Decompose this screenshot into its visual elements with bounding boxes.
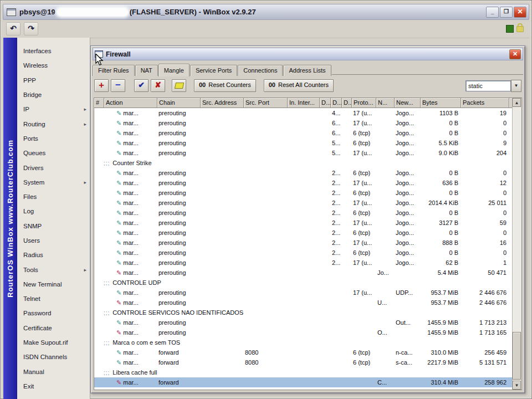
add-rule-button[interactable]: + <box>94 79 109 92</box>
reset-counters-button[interactable]: 00Reset Counters <box>194 79 256 92</box>
column-header-chain[interactable]: Chain <box>157 98 201 108</box>
sidebar-item-system[interactable]: System▸ <box>17 175 90 190</box>
sidebar-item-files[interactable]: Files <box>17 190 90 204</box>
scrollbar-thumb[interactable] <box>513 332 521 380</box>
rule-row[interactable]: ✎mar...preroutingJo...5.4 MiB50 471 <box>94 268 513 278</box>
rule-row[interactable]: ✎mar...prerouting2...17 (u...Jogo...2014… <box>94 198 513 208</box>
rule-row[interactable]: ✎mar...prerouting2...6 (tcp)Jogo...0 B0 <box>94 248 513 258</box>
rule-row[interactable]: ✎mar...prerouting5...6 (tcp)Jogo...5.5 K… <box>94 138 513 148</box>
comment-row[interactable]: ;;;CONTROLE SERVICOS NAO IDENTIFICADOS <box>94 308 513 318</box>
rule-row[interactable]: ✎mar...preroutingO...1455.9 MiB1 713 165 <box>94 328 513 337</box>
column-header-action[interactable]: Action <box>104 98 157 108</box>
reset-all-counters-button[interactable]: 00Reset All Counters <box>264 79 334 92</box>
rule-row[interactable]: ✎mar...prerouting2...17 (u...Jogo...636 … <box>94 178 513 188</box>
app-title-user: pbsys@19 <box>19 8 55 16</box>
sidebar-item-wireless[interactable]: Wireless <box>17 58 90 73</box>
rule-row[interactable]: ✎mar...prerouting5...17 (u...Jogo...9.0 … <box>94 148 513 158</box>
tab-connections[interactable]: Connections <box>238 65 283 76</box>
sidebar-item-bridge[interactable]: Bridge <box>17 88 90 102</box>
column-header-packets[interactable]: Packets <box>461 98 509 108</box>
sidebar-item-tools[interactable]: Tools▸ <box>17 262 90 277</box>
sidebar-item-users[interactable]: Users <box>17 233 90 248</box>
sidebar-item-snmp[interactable]: SNMP <box>17 219 90 233</box>
column-header-bytes[interactable]: Bytes <box>421 98 461 108</box>
column-header-new[interactable]: New... <box>395 98 421 108</box>
sidebar-item-drivers[interactable]: Drivers <box>17 160 90 175</box>
rule-row[interactable]: ✎mar...prerouting2...6 (tcp)Jogo...0 B0 <box>94 228 513 238</box>
rule-row[interactable]: ✎mar...forward80806 (tcp)n-ca...310.0 Mi… <box>94 347 513 357</box>
column-header-d[interactable]: D... <box>331 98 342 108</box>
filter-dropdown[interactable]: static <box>466 80 511 91</box>
sidebar-item-ip[interactable]: IP▸ <box>17 102 90 116</box>
comment-row[interactable]: ;;;Marca o com e sem TOS <box>94 337 513 347</box>
cell-in-interface <box>288 198 320 208</box>
sidebar-item-new-terminal[interactable]: New Terminal <box>17 277 90 291</box>
scroll-up-button[interactable]: ▲ <box>513 98 521 107</box>
tab-filter-rules[interactable]: Filter Rules <box>93 65 135 76</box>
sidebar-item-make-supout-rif[interactable]: Make Supout.rif <box>17 335 90 350</box>
rule-row[interactable]: ✎mar...prerouting6...6 (tcp)Jogo...0 B0 <box>94 128 513 138</box>
sidebar-item-queues[interactable]: Queues <box>17 146 90 160</box>
cell-number <box>94 288 104 298</box>
remove-rule-button[interactable]: − <box>111 79 125 92</box>
rule-row[interactable]: ✎mar...prerouting2...6 (tcp)Jogo...0 B0 <box>94 168 513 178</box>
firewall-titlebar[interactable]: Firewall ✕ <box>93 48 523 60</box>
rule-row[interactable]: ✎mar...preroutingOut...1455.9 MiB1 713 2… <box>94 318 513 328</box>
tab-service-ports[interactable]: Service Ports <box>190 65 237 76</box>
column-header-srcport[interactable]: Src. Port <box>244 98 288 108</box>
rule-row[interactable]: ✎mar...forward80806 (tcp)s-ca...2217.9 M… <box>94 357 513 367</box>
rule-row[interactable]: ✎mar...prerouting2...17 (u...Jogo...888 … <box>94 238 513 248</box>
comment-row[interactable]: ;;;Libera cache full <box>94 367 513 377</box>
rule-row[interactable]: ✎mar...prerouting17 (u...UDP...953.7 MiB… <box>94 288 513 298</box>
column-header-#[interactable]: # <box>94 98 104 108</box>
cell-src-port <box>244 168 288 178</box>
sidebar-item-exit[interactable]: Exit <box>17 379 90 393</box>
close-button[interactable]: ✕ <box>514 7 526 18</box>
tab-address-lists[interactable]: Address Lists <box>283 65 331 76</box>
cell-number <box>94 228 104 238</box>
undo-button[interactable]: ↶ <box>6 22 21 35</box>
maximize-button[interactable]: ❐ <box>500 7 513 18</box>
rule-row[interactable]: ✎mar...prerouting2...6 (tcp)Jogo...0 B0 <box>94 208 513 218</box>
comment-label: Libera cache full <box>112 369 157 376</box>
disable-rule-button[interactable]: ✘ <box>151 79 165 92</box>
rule-row[interactable]: ✎mar...prerouting2...17 (u...Jogo...62 B… <box>94 258 513 268</box>
sidebar-item-ports[interactable]: Ports <box>17 131 90 146</box>
sidebar-item-interfaces[interactable]: Interfaces <box>17 44 90 58</box>
column-header-srcaddress[interactable]: Src. Address <box>201 98 244 108</box>
rule-row[interactable]: ✎mar...preroutingU...953.7 MiB2 446 676 <box>94 298 513 308</box>
sidebar-item-routing[interactable]: Routing▸ <box>17 116 90 131</box>
comment-row[interactable]: ;;;CONTROLE UDP <box>94 278 513 288</box>
sidebar-item-telnet[interactable]: Telnet <box>17 291 90 306</box>
scroll-down-button[interactable]: ▼ <box>513 381 521 390</box>
enable-rule-button[interactable]: ✔ <box>134 79 149 92</box>
rule-row[interactable]: ✎mar...prerouting6...17 (u...Jogo...0 B0 <box>94 118 513 128</box>
column-header-proto[interactable]: Proto... <box>352 98 376 108</box>
vertical-scrollbar[interactable]: ▲ ▼ <box>512 98 521 390</box>
winbox-app: pbsys@19(FLASHE_SERVER) - WinBox v2.9.27… <box>0 0 532 399</box>
sidebar-item-password[interactable]: Password <box>17 306 90 320</box>
sidebar-item-isdn-channels[interactable]: ISDN Channels <box>17 350 90 364</box>
rule-row[interactable]: ✎mar...prerouting2...6 (tcp)Jogo...0 B0 <box>94 188 513 198</box>
sidebar-item-manual[interactable]: Manual <box>17 365 90 379</box>
cell-number <box>94 328 104 337</box>
sidebar-item-certificate[interactable]: Certificate <box>17 321 90 335</box>
sidebar-item-log[interactable]: Log <box>17 204 90 218</box>
rule-row[interactable]: ✎mar...forwardC...310.4 MiB258 962 <box>94 377 513 387</box>
column-header-n[interactable]: N... <box>376 98 395 108</box>
firewall-close-button[interactable]: ✕ <box>509 49 521 59</box>
minimize-button[interactable]: _ <box>486 7 499 18</box>
rule-row[interactable]: ✎mar...prerouting2...17 (u...Jogo...3127… <box>94 218 513 228</box>
column-header-d[interactable]: D... <box>342 98 352 108</box>
sidebar-item-radius[interactable]: Radius <box>17 248 90 262</box>
filter-dropdown-arrow[interactable]: ▼ <box>511 80 521 92</box>
comment-row[interactable]: ;;;Counter Strike <box>94 158 513 168</box>
redo-button[interactable]: ↷ <box>24 22 38 35</box>
comment-button[interactable] <box>172 79 186 92</box>
tab-nat[interactable]: NAT <box>135 65 158 76</box>
column-header-ininter[interactable]: In. Inter... <box>288 98 320 108</box>
sidebar-item-ppp[interactable]: PPP <box>17 73 90 88</box>
tab-mangle[interactable]: Mangle <box>158 64 190 76</box>
rule-row[interactable]: ✎mar...prerouting4...17 (u...Jogo...1103… <box>94 108 513 118</box>
column-header-d[interactable]: D... <box>320 98 331 108</box>
